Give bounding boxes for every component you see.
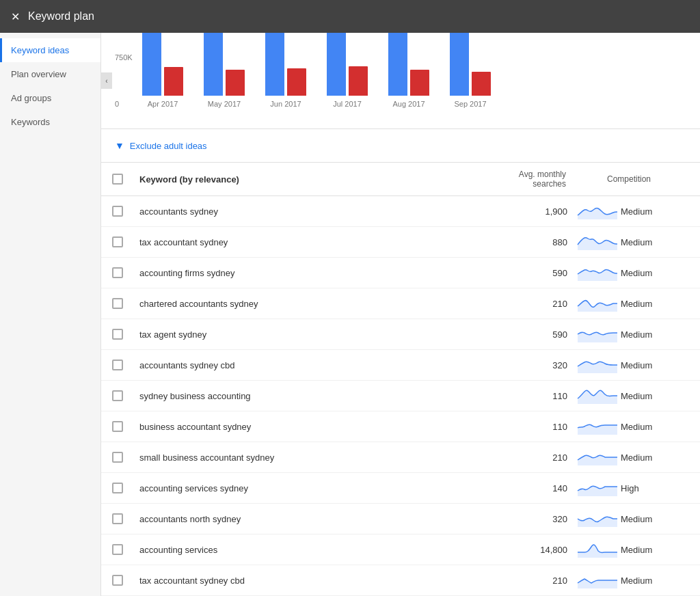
- sidebar: Keyword ideas Plan overview Ad groups Ke…: [0, 33, 101, 596]
- chart-x-label: Apr 2017: [148, 100, 178, 108]
- bar-blue: [327, 33, 346, 96]
- table-row: chartered accountants sydney210Medium: [101, 288, 700, 319]
- table-row: sydney business accounting110Medium: [101, 381, 700, 411]
- sidebar-item-label: Keywords: [11, 117, 50, 127]
- table-row: accountants north sydney320Medium: [101, 504, 700, 534]
- sparkline-svg: [576, 448, 617, 467]
- sparkline-cell: [573, 386, 621, 405]
- table-header: Keyword (by relevance) Avg. monthly sear…: [101, 163, 700, 196]
- chart-collapse-button[interactable]: ‹: [101, 72, 112, 89]
- competition-cell: Medium: [621, 329, 689, 340]
- bar-blue: [450, 33, 469, 96]
- keyword-cell: accountants sydney: [139, 206, 491, 217]
- sidebar-item-ad-groups[interactable]: Ad groups: [0, 86, 100, 110]
- sparkline-svg: [576, 294, 617, 313]
- row-checkbox[interactable]: [112, 575, 123, 586]
- row-checkbox[interactable]: [112, 513, 123, 524]
- competition-cell: Medium: [621, 545, 689, 555]
- competition-cell: Medium: [621, 237, 689, 247]
- keyword-cell: accountants sydney cbd: [139, 360, 491, 370]
- table-row: accounting firms sydney590Medium: [101, 258, 700, 288]
- row-checkbox[interactable]: [112, 206, 123, 217]
- sparkline-svg: [576, 540, 617, 559]
- sparkline-cell: [573, 202, 621, 221]
- keyword-cell: accounting services sydney: [139, 483, 491, 493]
- row-checkbox[interactable]: [112, 421, 123, 432]
- chart-x-label: Aug 2017: [392, 100, 425, 108]
- sparkline-cell: [573, 540, 621, 559]
- chart-bars: Apr 2017May 2017Jun 2017Jul 2017Aug 2017…: [142, 44, 686, 108]
- sparkline-svg: [576, 509, 617, 528]
- filter-icon: ▼: [115, 140, 124, 151]
- bar-blue: [388, 33, 407, 96]
- bar-red: [410, 70, 429, 96]
- monthly-searches-cell: 590: [491, 268, 573, 278]
- sparkline-svg: [576, 417, 617, 436]
- competition-cell: Medium: [621, 299, 689, 309]
- chart-x-label: Jun 2017: [270, 100, 301, 108]
- row-checkbox[interactable]: [112, 298, 123, 309]
- keyword-cell: sydney business accounting: [139, 391, 491, 401]
- sparkline-svg: [576, 478, 617, 498]
- table-row: accountants sydney1,900Medium: [101, 196, 700, 227]
- chart-group: Jul 2017: [327, 33, 368, 108]
- sidebar-item-plan-overview[interactable]: Plan overview: [0, 62, 100, 86]
- keyword-cell: tax accountant sydney cbd: [139, 575, 491, 586]
- sparkline-cell: [573, 417, 621, 436]
- sparkline-svg: [576, 571, 617, 590]
- chart-group: Sep 2017: [450, 33, 491, 108]
- row-checkbox[interactable]: [112, 329, 123, 340]
- row-checkbox[interactable]: [112, 452, 123, 463]
- sparkline-cell: [573, 232, 621, 252]
- app-title: Keyword plan: [28, 10, 94, 23]
- row-checkbox[interactable]: [112, 267, 123, 278]
- sparkline-cell: [573, 509, 621, 528]
- sidebar-item-keywords[interactable]: Keywords: [0, 110, 100, 134]
- bar-blue: [142, 33, 161, 96]
- header-checkbox-cell: [112, 174, 139, 185]
- bar-red: [349, 66, 368, 96]
- chart-group: Jun 2017: [265, 33, 306, 108]
- monthly-searches-cell: 210: [491, 299, 573, 309]
- keyword-cell: accounting services: [139, 545, 491, 555]
- row-checkbox[interactable]: [112, 483, 123, 493]
- sparkline-cell: [573, 263, 621, 282]
- competition-cell: Medium: [621, 452, 689, 463]
- sidebar-item-keyword-ideas[interactable]: Keyword ideas: [0, 38, 100, 62]
- row-checkbox[interactable]: [112, 236, 123, 247]
- monthly-searches-cell: 110: [491, 391, 573, 401]
- chart-group: May 2017: [204, 33, 245, 108]
- row-checkbox[interactable]: [112, 544, 123, 555]
- bar-blue: [204, 33, 223, 96]
- close-button[interactable]: ✕: [11, 10, 20, 23]
- sparkline-cell: [573, 571, 621, 590]
- row-checkbox[interactable]: [112, 390, 123, 401]
- sparkline-svg: [576, 232, 617, 252]
- y-axis-label-top: 750K: [115, 53, 133, 62]
- bar-red: [287, 68, 306, 96]
- competition-cell: Medium: [621, 268, 689, 278]
- exclude-adult-ideas-link[interactable]: Exclude adult ideas: [130, 141, 207, 151]
- sidebar-item-label: Plan overview: [11, 69, 66, 79]
- competition-cell: Medium: [621, 422, 689, 432]
- table-row: accounting services14,800Medium: [101, 534, 700, 565]
- monthly-searches-cell: 590: [491, 329, 573, 340]
- chart-x-label: May 2017: [208, 100, 241, 108]
- row-checkbox[interactable]: [112, 360, 123, 370]
- header-competition: Competition: [607, 174, 689, 184]
- table-body: accountants sydney1,900Mediumtax account…: [101, 196, 700, 596]
- header-monthly: Avg. monthly searches: [484, 170, 607, 189]
- chart-group: Aug 2017: [388, 33, 429, 108]
- sidebar-item-label: Keyword ideas: [11, 45, 69, 55]
- sparkline-svg: [576, 386, 617, 405]
- content-area: ‹ 750K 0 Apr 2017May 2017Jun 2017Jul 201…: [101, 33, 700, 596]
- table-row: accountants sydney cbd320Medium: [101, 350, 700, 381]
- select-all-checkbox[interactable]: [112, 174, 123, 185]
- keyword-cell: accounting firms sydney: [139, 268, 491, 278]
- chart-x-label: Jul 2017: [333, 100, 362, 108]
- table-row: tax accountant sydney880Medium: [101, 227, 700, 258]
- sparkline-cell: [573, 355, 621, 375]
- bar-blue: [265, 33, 284, 96]
- table-row: tax accountant sydney cbd210Medium: [101, 565, 700, 596]
- sparkline-cell: [573, 325, 621, 344]
